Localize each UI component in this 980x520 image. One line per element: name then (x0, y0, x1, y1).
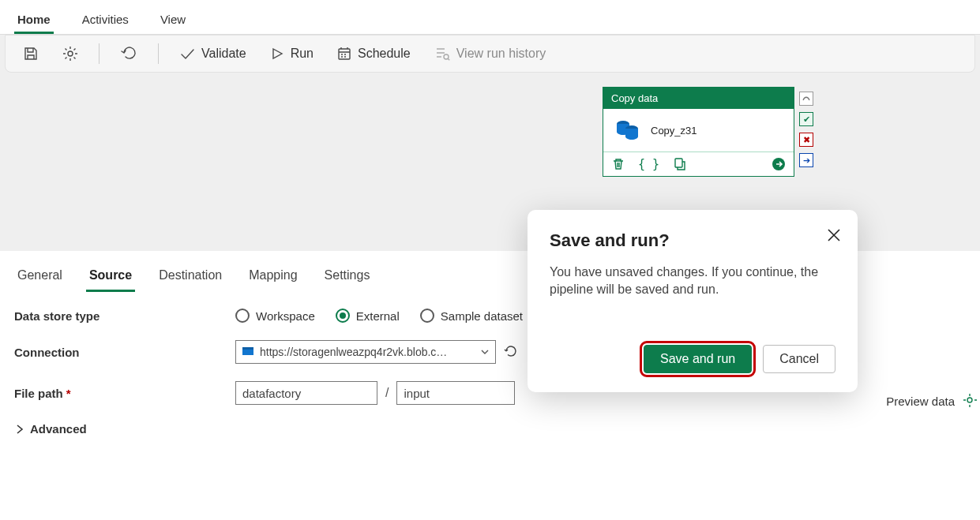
list-icon (434, 47, 450, 61)
run-button[interactable]: Run (262, 42, 321, 65)
file-path-folder-input[interactable] (396, 381, 515, 405)
advanced-toggle[interactable]: Advanced (14, 422, 87, 436)
data-store-type-radios: Workspace External Sample dataset (235, 309, 523, 323)
storage-icon (242, 347, 253, 357)
undo-button[interactable] (112, 40, 145, 67)
validate-button[interactable]: Validate (171, 41, 254, 66)
activity-status-chips: ✔ ✖ ➔ (799, 92, 813, 167)
chevron-right-icon (14, 424, 25, 435)
run-activity-icon[interactable] (772, 157, 786, 171)
save-and-run-button[interactable]: Save and run (644, 345, 752, 373)
check-icon (179, 46, 195, 62)
play-icon (270, 47, 284, 61)
svg-rect-5 (675, 159, 682, 167)
save-icon (23, 46, 39, 62)
activity-copy-data[interactable]: Copy data Copy_z31 { } (603, 87, 794, 177)
completion-chip[interactable]: ➔ (799, 153, 813, 167)
refresh-icon (504, 344, 518, 358)
file-path-container-input[interactable] (235, 381, 377, 405)
radio-workspace[interactable]: Workspace (235, 309, 315, 323)
top-menu-view[interactable]: View (157, 6, 189, 34)
trash-icon[interactable] (611, 157, 625, 171)
deactivate-chip[interactable] (799, 92, 813, 106)
schedule-label: Schedule (358, 47, 411, 61)
view-run-history-button[interactable]: View run history (426, 42, 554, 65)
top-menu-home[interactable]: Home (14, 6, 54, 34)
chevron-down-icon (481, 348, 489, 356)
dialog-title: Save and run? (550, 230, 835, 251)
save-button[interactable] (15, 41, 47, 66)
tab-settings[interactable]: Settings (321, 262, 374, 292)
database-icon (614, 118, 641, 142)
failure-chip[interactable]: ✖ (799, 133, 813, 147)
dialog-body: You have unsaved changes. If you continu… (550, 264, 835, 299)
connection-label: Connection (14, 346, 235, 359)
toolbar-separator (99, 43, 100, 64)
run-label: Run (291, 47, 314, 61)
gear-icon (62, 46, 78, 62)
radio-external[interactable]: External (336, 309, 400, 323)
activity-header: Copy data (603, 88, 794, 109)
view-run-history-label: View run history (456, 47, 546, 61)
calendar-icon (337, 47, 351, 61)
connection-dropdown[interactable]: https://storagenlweazpq4r2vk.blob.c… (235, 340, 496, 364)
top-menu: Home Activities View (0, 0, 980, 35)
validate-label: Validate (201, 47, 246, 61)
activity-name: Copy_z31 (651, 125, 697, 137)
toolbar-separator (158, 43, 159, 64)
path-separator: / (385, 386, 389, 400)
close-icon (824, 226, 843, 245)
success-chip[interactable]: ✔ (799, 112, 813, 126)
file-path-label: File path * (14, 387, 235, 400)
save-and-run-dialog: Save and run? You have unsaved changes. … (528, 210, 858, 392)
radio-sample-dataset[interactable]: Sample dataset (420, 309, 523, 323)
preview-settings-icon[interactable] (963, 393, 977, 410)
toolbar: Validate Run Schedule View run history (5, 35, 975, 73)
svg-point-2 (444, 54, 449, 59)
activity-footer: { } (603, 152, 794, 176)
schedule-button[interactable]: Schedule (329, 42, 419, 65)
cancel-button[interactable]: Cancel (763, 345, 835, 373)
data-store-type-label: Data store type (14, 309, 235, 323)
tab-source[interactable]: Source (86, 262, 135, 292)
svg-point-0 (68, 51, 73, 56)
svg-rect-7 (242, 349, 253, 355)
top-menu-activities[interactable]: Activities (79, 6, 132, 34)
preview-data[interactable]: Preview data (886, 393, 977, 410)
settings-button[interactable] (54, 41, 86, 66)
code-icon[interactable]: { } (638, 157, 659, 171)
svg-point-9 (967, 398, 972, 402)
connection-value: https://storagenlweazpq4r2vk.blob.c… (260, 346, 475, 358)
refresh-connection-button[interactable] (504, 344, 518, 361)
tab-mapping[interactable]: Mapping (246, 262, 300, 292)
undo-icon (120, 45, 137, 62)
tab-destination[interactable]: Destination (156, 262, 225, 292)
copy-icon[interactable] (672, 157, 686, 171)
dialog-close-button[interactable] (824, 226, 843, 245)
svg-rect-8 (242, 347, 253, 350)
tab-general[interactable]: General (14, 262, 66, 292)
